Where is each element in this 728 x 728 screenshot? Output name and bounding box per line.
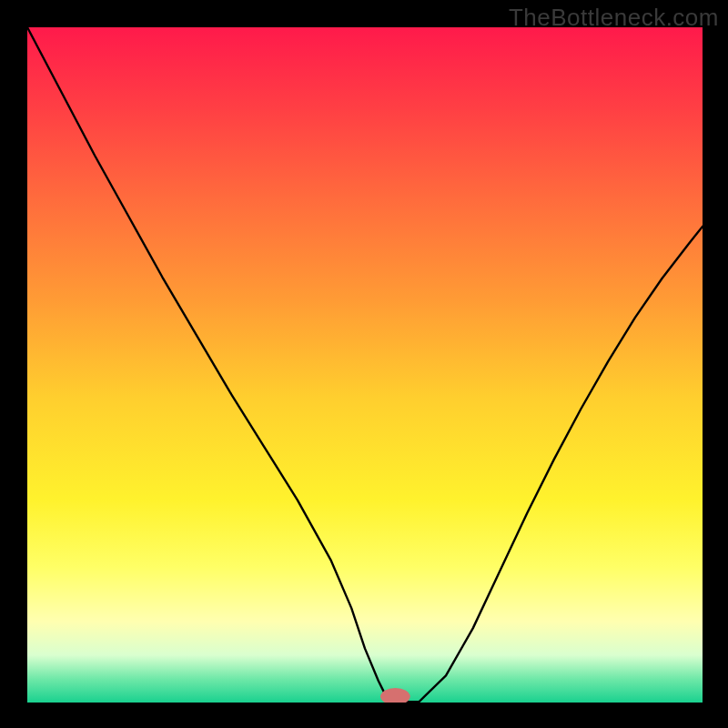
plot-area: [27, 27, 703, 703]
chart-svg: [27, 27, 703, 703]
chart-frame: TheBottleneck.com: [0, 0, 728, 728]
gradient-background: [27, 27, 703, 703]
watermark-text: TheBottleneck.com: [509, 4, 719, 32]
